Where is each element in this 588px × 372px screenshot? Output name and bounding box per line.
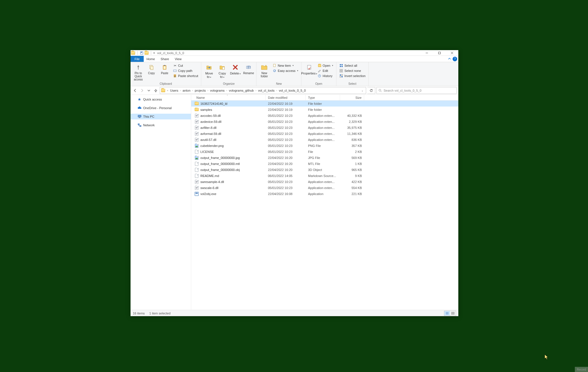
file-row[interactable]: output_frame_00000000.jpg22/04/2022 16:2… [191, 155, 458, 161]
paste-icon [161, 64, 169, 71]
col-header-date[interactable]: Date modified [266, 95, 306, 100]
new-item-button[interactable]: New item▾ [271, 63, 299, 68]
breadcrumb[interactable]: « Users› anton› projects› volograms› vol… [160, 87, 366, 94]
column-headers[interactable]: ˄ Name Date modified Type Size [191, 95, 458, 101]
delete-button[interactable]: Delete▾ [229, 63, 241, 75]
minimize-button[interactable] [421, 50, 433, 56]
dll-icon [195, 138, 199, 142]
search-input[interactable] [384, 89, 455, 92]
new-folder-label: New folder [258, 72, 270, 78]
svg-rect-46 [453, 312, 454, 313]
file-row[interactable]: swresample-4.dll05/01/2022 10:23Applicat… [191, 179, 458, 185]
search-box[interactable] [376, 87, 457, 94]
easy-access-button[interactable]: Easy access▾ [271, 68, 299, 73]
view-large-icons-button[interactable] [450, 311, 456, 316]
file-row[interactable]: avcodec-59.dll05/01/2022 10:23Applicatio… [191, 113, 458, 119]
select-none-button[interactable]: Select none [338, 68, 367, 73]
file-size-cell: 2 KB [340, 150, 364, 153]
copy-path-button[interactable]: Copy path [172, 68, 199, 73]
file-row[interactable]: avformat-59.dll05/01/2022 10:23Applicati… [191, 131, 458, 137]
file-row[interactable]: swscale-6.dll05/01/2022 10:23Application… [191, 185, 458, 191]
ribbon-group-open: Properties▾ Open▾ Edit History Open [301, 62, 336, 86]
move-to-button[interactable]: Move to▾ [203, 63, 215, 78]
select-all-button[interactable]: Select all [338, 63, 367, 68]
close-button[interactable] [446, 50, 458, 56]
svg-rect-38 [138, 115, 141, 117]
crumb-users[interactable]: Users [169, 89, 179, 92]
mouse-cursor-icon [544, 354, 548, 360]
new-folder-button[interactable]: New folder [258, 63, 270, 78]
crumb-projects[interactable]: projects [194, 89, 207, 92]
file-row[interactable]: 1638272414140_ld22/04/2022 16:19File fol… [191, 101, 458, 107]
chevron-right-icon[interactable]: › [276, 89, 278, 92]
file-row[interactable]: cubeblender.png05/01/2022 10:23PNG File3… [191, 143, 458, 149]
chevron-right-icon[interactable]: › [255, 89, 257, 92]
pin-to-quick-access-button[interactable]: Pin to Quick access [132, 63, 144, 81]
file-rows[interactable]: 1638272414140_ld22/04/2022 16:19File fol… [191, 101, 458, 310]
tab-view[interactable]: View [172, 56, 184, 62]
view-details-button[interactable] [444, 311, 450, 316]
rename-icon: ab [244, 64, 252, 71]
tab-share[interactable]: Share [158, 56, 172, 62]
nav-up-button[interactable] [153, 88, 159, 93]
chevron-right-icon[interactable]: › [179, 89, 181, 92]
file-row[interactable]: output_frame_00000000.mtl22/04/2022 16:2… [191, 161, 458, 167]
help-icon[interactable]: ? [453, 57, 457, 61]
sidebar-item-this-pc[interactable]: This PC [131, 114, 191, 119]
qat-save-icon[interactable] [140, 51, 143, 55]
invert-selection-button[interactable]: Invert selection [338, 74, 367, 78]
crumb-vol-cl-tools[interactable]: vol_cl_tools [257, 89, 275, 92]
address-dropdown-icon[interactable]: ⌄ [360, 89, 365, 92]
edit-button[interactable]: Edit [316, 68, 334, 73]
nav-forward-button[interactable] [139, 88, 145, 93]
nav-back-button[interactable] [132, 88, 138, 93]
collapse-ribbon-icon[interactable] [446, 56, 453, 62]
file-type-cell: Application exten... [306, 186, 340, 190]
paste-button[interactable]: Paste [159, 63, 171, 75]
crumb-volograms[interactable]: volograms [209, 89, 226, 92]
file-row[interactable]: avfilter-8.dll05/01/2022 10:23Applicatio… [191, 125, 458, 131]
titlebar[interactable]: ▾ vol_cl_tools_0_5_0 [131, 50, 458, 56]
file-row[interactable]: avdevice-59.dll05/01/2022 10:23Applicati… [191, 119, 458, 125]
col-header-size[interactable]: Size [340, 95, 364, 100]
file-row[interactable]: README.md06/01/2022 14:05Markdown Source… [191, 173, 458, 179]
file-row[interactable]: vol2obj.exe22/04/2022 16:08Application22… [191, 191, 458, 197]
open-button[interactable]: Open▾ [316, 63, 334, 68]
breadcrumb-ellipsis[interactable]: « [166, 89, 169, 92]
crumb-anton[interactable]: anton [181, 89, 192, 92]
tab-home[interactable]: Home [144, 56, 158, 62]
file-row[interactable]: LICENSE05/01/2022 10:23File2 KB [191, 149, 458, 155]
qat-dropdown-icon[interactable]: ▾ [153, 52, 155, 54]
tab-file[interactable]: File [131, 56, 144, 62]
copy-button[interactable]: Copy [145, 63, 157, 75]
sidebar-item-label: OneDrive - Personal [143, 106, 172, 110]
pin-label: Pin to Quick access [132, 72, 144, 81]
history-button[interactable]: History [316, 74, 334, 78]
sidebar-item-quick-access[interactable]: Quick access [131, 97, 191, 102]
sidebar-item-onedrive[interactable]: OneDrive - Personal [131, 105, 191, 111]
chevron-right-icon[interactable]: › [192, 89, 194, 92]
qat-folder-icon[interactable] [145, 51, 149, 55]
nav-tree[interactable]: Quick access OneDrive - Personal This PC… [131, 95, 191, 310]
maximize-button[interactable] [433, 50, 446, 56]
file-row[interactable]: avutil-57.dll05/01/2022 10:23Application… [191, 137, 458, 143]
nav-recent-dropdown[interactable] [146, 88, 152, 93]
chevron-right-icon[interactable]: › [207, 89, 209, 92]
sidebar-item-network[interactable]: Network [131, 122, 191, 128]
refresh-button[interactable] [367, 87, 375, 94]
crumb-volograms-github[interactable]: volograms_github [228, 89, 255, 92]
crumb-current[interactable]: vol_cl_tools_0_5_0 [278, 89, 307, 92]
file-row[interactable]: output_frame_00000000.obj22/04/2022 16:2… [191, 167, 458, 173]
rename-button[interactable]: ab Rename [242, 63, 254, 75]
col-header-type[interactable]: Type [306, 95, 340, 100]
paste-shortcut-button[interactable]: Paste shortcut [172, 74, 199, 78]
svg-rect-32 [340, 74, 341, 76]
copy-to-button[interactable]: Copy to▾ [216, 63, 228, 78]
file-name-cell: avformat-59.dll [191, 132, 266, 136]
chevron-right-icon[interactable]: › [226, 89, 228, 92]
edit-icon [317, 69, 321, 73]
cut-button[interactable]: ✂Cut [172, 63, 199, 68]
col-header-name[interactable]: Name [191, 95, 266, 100]
file-row[interactable]: samples22/04/2022 16:19File folder [191, 107, 458, 113]
properties-button[interactable]: Properties▾ [303, 63, 315, 75]
